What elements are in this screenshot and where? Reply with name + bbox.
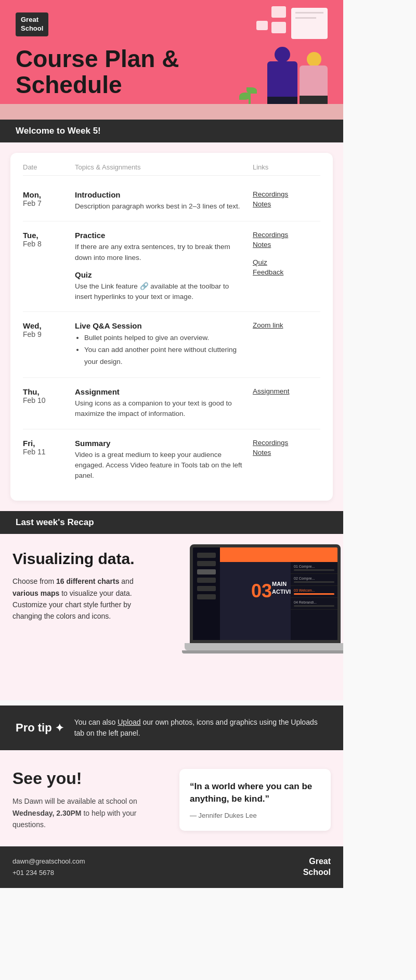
sidebar-item-4 [197,578,216,583]
table-row: Wed, Feb 9 Live Q&A Session Bullet point… [23,312,320,378]
laptop-foot [182,650,343,654]
big-number: 03 [251,580,272,602]
recap-banner: Last week's Recap [0,511,343,534]
link-recordings-tue[interactable]: Recordings [253,231,320,239]
link-recordings-mon[interactable]: Recordings [253,190,320,198]
week-banner-week: Week 5! [68,126,101,136]
topic-cell-tue: Practice If there are any extra sentence… [75,231,253,302]
table-row: Mon, Feb 7 Introduction Description para… [23,181,320,221]
links-cell-mon: Recordings Notes [253,190,320,210]
link-feedback-tue[interactable]: Feedback [253,268,320,276]
pro-tip-text-label: Pro tip [16,721,52,735]
window-decoration [291,8,328,39]
sidebar-item-2 [197,561,216,566]
logo: GreatSchool [16,12,48,36]
laptop-mockup: 03 MAINACTIVITIES 01 Compre... 02 Compre… [182,544,343,669]
link-zoom-wed[interactable]: Zoom link [253,321,320,329]
table-row: Fri, Feb 11 Summary Video is a great med… [23,429,320,491]
person-1-head [275,47,290,62]
sidebar-item-6 [197,594,216,599]
header: GreatSchool Course Plan & Schedule [0,0,343,120]
star-icon: ✦ [55,722,64,734]
couch-decoration [0,104,343,120]
list-item-1: 01 Compre... [291,562,337,574]
laptop-content: 03 MAINACTIVITIES 01 Compre... 02 Compre… [220,547,337,640]
link-assignment-thu[interactable]: Assignment [253,387,320,395]
topic-cell-thu: Assignment Using icons as a companion to… [75,387,253,420]
date-cell-wed: Wed, Feb 9 [23,321,75,338]
laptop-base [185,643,343,650]
pro-tip-label: Pro tip ✦ [16,721,64,735]
recap-desc: Choose from 16 different charts and vari… [12,576,158,622]
frame-decoration-3 [271,22,286,33]
link-recordings-fri[interactable]: Recordings [253,439,320,447]
recap-word: Recap [68,517,94,527]
person-1-body [267,61,297,98]
week-banner-prefix: Welcome to [16,126,68,136]
upload-link[interactable]: Upload [118,718,140,726]
links-cell-tue: Recordings Notes Quiz Feedback [253,231,320,278]
sidebar-item-1 [197,553,216,558]
quote-author: — Jennifer Dukes Lee [190,812,320,819]
col-topics: Topics & Assignments [75,163,253,171]
frame-decoration-1 [271,6,286,18]
table-header: Date Topics & Assignments Links [23,163,320,176]
schedule-section: Date Topics & Assignments Links Mon, Feb… [0,142,343,511]
title-line2: Schedule [16,71,122,98]
quote-text: “In a world where you can be anything, b… [190,780,320,805]
bottom-logo: GreatSchool [303,856,331,878]
pro-tip: Pro tip ✦ You can also Upload our own ph… [0,705,343,750]
phone: +01 234 5678 [12,867,85,879]
col-date: Date [23,163,75,171]
page-title: Course Plan & Schedule [16,46,182,98]
frame-decoration-2 [256,21,268,30]
table-row: Thu, Feb 10 Assignment Using icons as a … [23,378,320,429]
links-cell-fri: Recordings Notes [253,439,320,459]
laptop-screen: 03 MAINACTIVITIES 01 Compre... 02 Compre… [190,544,341,643]
pro-tip-body: You can also Upload our own photos, icon… [74,717,328,739]
schedule-card: Date Topics & Assignments Links Mon, Feb… [10,153,333,501]
laptop-sidebar [193,547,220,640]
links-cell-thu: Assignment [253,387,320,397]
date-cell-tue: Tue, Feb 8 [23,231,75,248]
link-notes-mon[interactable]: Notes [253,200,320,208]
topic-cell-wed: Live Q&A Session Bullet points helped to… [75,321,253,368]
topic-cell-fri: Summary Video is a great medium to keep … [75,439,253,481]
list-item-2: 02 Compre... [291,574,337,586]
link-notes-fri[interactable]: Notes [253,449,320,456]
person-2-body [300,66,328,97]
col-links: Links [253,163,320,171]
sidebar-item-5 [197,586,216,591]
see-you-title: See you! [12,769,164,788]
see-you-area: See you! Ms Dawn will be available at sc… [12,769,164,830]
recap-text-area: Visualizing data. Choose from 16 differe… [12,550,158,638]
recap-section: Visualizing data. Choose from 16 differe… [0,534,343,700]
list-item-4: 04 Rebrandi... [291,598,337,610]
email: dawn@greatschool.com [12,856,85,867]
activities-list: 01 Compre... 02 Compre... 03 Welcom... 0… [291,562,337,640]
bottom-bar: dawn@greatschool.com +01 234 5678 GreatS… [0,846,343,888]
sidebar-item-3 [197,569,216,574]
links-cell-wed: Zoom link [253,321,320,331]
see-you-desc: Ms Dawn will be available at school on W… [12,795,164,830]
orange-bar [220,547,337,562]
date-cell-thu: Thu, Feb 10 [23,387,75,404]
recap-prefix: Last week's [16,517,68,527]
date-cell-mon: Mon, Feb 7 [23,190,75,207]
person-2-head [307,52,321,67]
topic-cell-mon: Introduction Description paragraph works… [75,190,253,212]
link-notes-tue[interactable]: Notes [253,241,320,249]
link-quiz-tue[interactable]: Quiz [253,258,320,266]
table-row: Tue, Feb 8 Practice If there are any ext… [23,221,320,312]
title-line1: Course Plan & [16,45,179,72]
list-item-3: 03 Welcom... [291,586,337,598]
date-cell-fri: Fri, Feb 11 [23,439,75,456]
week-banner: Welcome to Week 5! [0,120,343,142]
contact-info: dawn@greatschool.com +01 234 5678 [12,856,85,879]
recap-title: Visualizing data. [12,550,158,568]
footer-section: See you! Ms Dawn will be available at sc… [0,750,343,846]
quote-box: “In a world where you can be anything, b… [179,769,331,831]
